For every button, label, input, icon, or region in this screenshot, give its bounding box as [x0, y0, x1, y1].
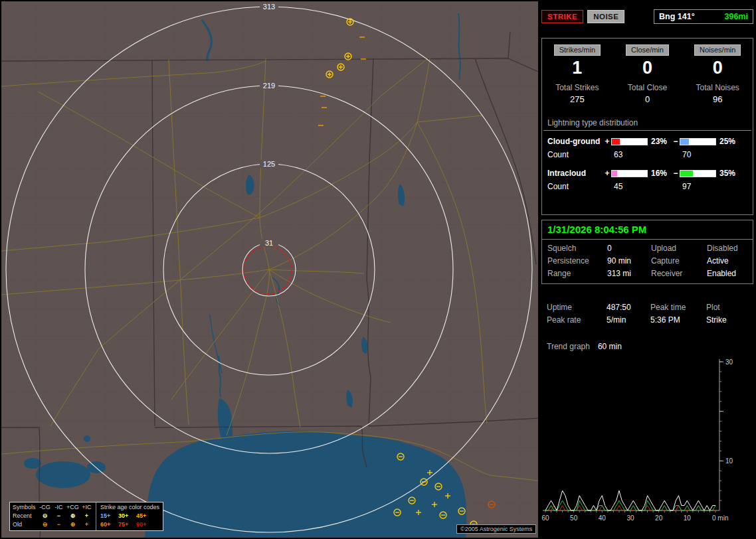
x-axis-label: 40 — [599, 514, 607, 522]
cg-neg-count: 70 — [680, 150, 716, 159]
ring-label: 219 — [263, 82, 275, 90]
map-legend: Symbols -CG -IC +CG +IC Recent ⊖ − ⊕ + O… — [9, 502, 163, 531]
legend-col-neg-cg: -CG — [38, 503, 52, 512]
receiver-label: Receiver — [651, 269, 707, 278]
settings-grid: Squelch 0 Upload Disabled Persistence 90… — [542, 240, 753, 283]
plot-label: Plot — [706, 303, 748, 312]
count-label: Count — [547, 150, 603, 159]
toolbar: STRIKE NOISE Bng 141° 396mi — [541, 8, 753, 25]
circle-minus-icon: ⊖ — [38, 520, 52, 529]
age-code: 60+ — [100, 520, 118, 529]
total-noises-value: 96 — [713, 94, 722, 104]
age-code: 75+ — [118, 520, 136, 529]
intracloud-row: Intracloud + 16% − 35% — [542, 159, 753, 178]
stats-panel: Strikes/min Close/min Noises/min 1 0 0 T… — [541, 38, 753, 215]
x-axis-label: 60 — [541, 514, 549, 522]
y-axis-label: 10 — [725, 457, 733, 465]
noises-per-min-chip: Noises/min — [694, 44, 741, 56]
y-axis-label: 30 — [725, 358, 733, 366]
age-code: 45+ — [136, 512, 154, 520]
lake-pontchartrain — [36, 461, 90, 488]
distribution-title: Lightning type distribution — [543, 118, 751, 131]
ic-pos-pct: 16% — [648, 169, 672, 178]
cg-pos-pct: 23% — [648, 137, 672, 146]
total-strikes-label: Total Strikes — [555, 83, 599, 92]
trend-graph-label-row: Trend graph 60 min — [541, 342, 753, 351]
trend-graph-plot: 30106050403020100 min — [541, 356, 756, 530]
upload-status: Disabled — [707, 244, 747, 253]
age-code: 30+ — [118, 512, 136, 520]
legend-symbols-title: Symbols — [13, 503, 38, 512]
nexstorm-window: 31321912531 Symbols -CG -IC +CG +IC Rece… — [0, 0, 756, 539]
intracloud-count-row: Count 45 97 — [542, 178, 753, 191]
strikes-rate-value: 1 — [572, 58, 582, 78]
plus-sign: + — [603, 137, 611, 146]
age-code: 90+ — [136, 520, 154, 529]
upload-label: Upload — [651, 244, 707, 253]
x-axis-label: 20 — [655, 514, 663, 522]
map-area[interactable]: 31321912531 Symbols -CG -IC +CG +IC Rece… — [1, 1, 538, 538]
minus-icon: − — [52, 512, 66, 520]
ic-pos-fill — [612, 171, 617, 177]
plus-sign: + — [603, 169, 611, 178]
circle-minus-icon: ⊖ — [38, 512, 52, 520]
uptime-section: Uptime 487:50 Peak time Plot Peak rate 5… — [541, 303, 753, 325]
total-noises-label: Total Noises — [696, 83, 739, 92]
lightning-map[interactable]: 31321912531 — [1, 1, 538, 538]
ic-neg-fill — [680, 171, 693, 177]
ic-neg-bar — [680, 170, 716, 177]
status-panel: 1/31/2026 8:04:56 PM Squelch 0 Upload Di… — [541, 220, 753, 284]
count-label: Count — [547, 182, 603, 191]
noise-button[interactable]: NOISE — [587, 10, 624, 23]
plot-value: Strike — [706, 315, 748, 325]
noises-rate-value: 0 — [713, 58, 723, 78]
capture-label: Capture — [651, 256, 707, 266]
legend-col-pos-cg: +CG — [66, 503, 80, 512]
bearing-distance: 396mi — [725, 12, 748, 21]
ic-neg-count: 97 — [680, 182, 716, 191]
uptime-label: Uptime — [547, 303, 607, 312]
ic-pos-bar — [611, 170, 648, 177]
trend-series-strikes — [545, 491, 715, 510]
range-label: Range — [547, 269, 607, 278]
cg-pos-fill — [612, 139, 620, 145]
ring-label: 125 — [263, 160, 275, 168]
peak-rate-value: 5/min — [607, 315, 650, 325]
bearing-display: Bng 141° 396mi — [654, 9, 753, 24]
plus-icon: + — [80, 512, 94, 520]
strike-button[interactable]: STRIKE — [541, 10, 583, 23]
ring-label: 31 — [265, 239, 273, 247]
sidebar: STRIKE NOISE Bng 141° 396mi Strikes/min … — [540, 0, 756, 539]
copyright-label: ©2005 Astrogenic Systems — [456, 524, 536, 534]
minus-icon: − — [52, 520, 66, 529]
legend-col-neg-ic: -IC — [52, 503, 66, 512]
minus-sign: − — [672, 137, 680, 146]
peak-time-label: Peak time — [650, 303, 706, 312]
age-code: 15+ — [100, 512, 118, 520]
gulf-of-mexico — [145, 431, 466, 538]
trend-graph-label: Trend graph — [547, 342, 590, 351]
cg-neg-fill — [680, 139, 689, 145]
ic-neg-pct: 35% — [716, 169, 737, 178]
circle-plus-icon: ⊕ — [66, 512, 80, 520]
datetime-display: 1/31/2026 8:04:56 PM — [542, 220, 753, 240]
cg-neg-pct: 25% — [716, 137, 737, 146]
persistence-label: Persistence — [547, 256, 607, 266]
circle-plus-icon: ⊕ — [66, 520, 80, 529]
total-strikes-value: 275 — [570, 94, 585, 104]
x-axis-label: 30 — [626, 514, 634, 522]
cg-neg-bar — [680, 138, 716, 145]
intracloud-label: Intracloud — [547, 169, 603, 178]
minus-sign: − — [672, 169, 680, 178]
plus-icon: + — [80, 520, 94, 529]
close-rate-value: 0 — [642, 58, 652, 78]
x-axis-label: 50 — [570, 514, 578, 522]
strikes-per-min-chip: Strikes/min — [554, 44, 601, 56]
trend-graph: 30106050403020100 min — [541, 356, 756, 530]
uptime-value: 487:50 — [607, 303, 650, 312]
trend-series-noises — [545, 506, 715, 511]
x-axis-label: 10 — [684, 514, 692, 522]
cloud-ground-label: Cloud-ground — [547, 137, 603, 146]
cg-pos-bar — [611, 138, 648, 145]
ring-label: 313 — [263, 3, 275, 11]
